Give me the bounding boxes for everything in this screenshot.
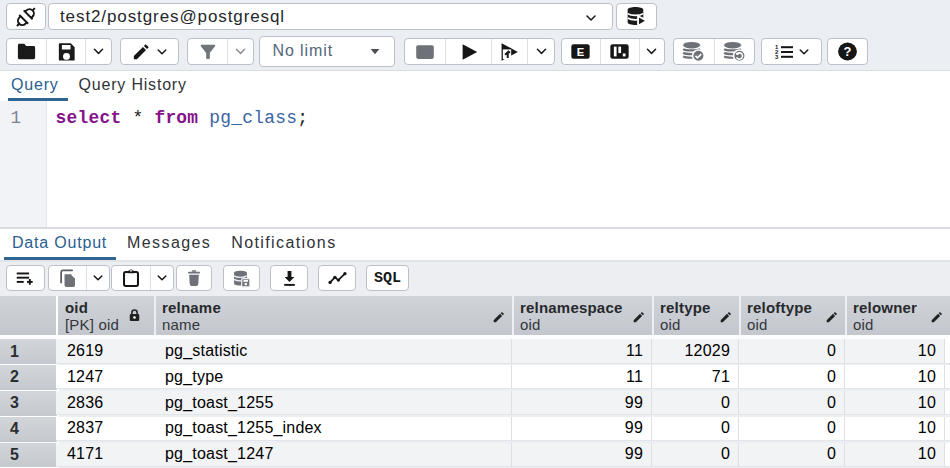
svg-text:3: 3: [775, 54, 779, 60]
svg-text:E: E: [577, 46, 585, 58]
svg-text:?: ?: [844, 44, 852, 59]
